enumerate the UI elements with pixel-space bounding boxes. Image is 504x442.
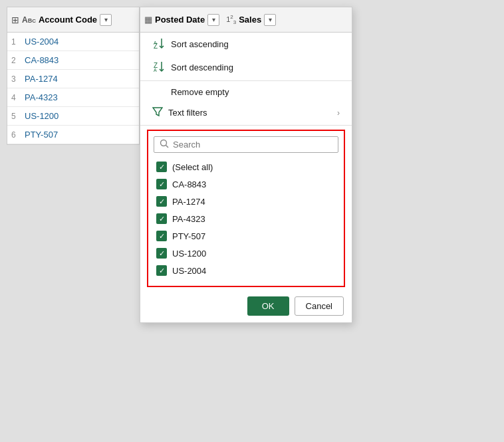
table-row: 1 US-2004 [7, 33, 139, 51]
checkbox-select-all[interactable]: ✓ [156, 162, 167, 172]
filter-label: PA-1274 [172, 197, 205, 207]
checkbox-pa4323[interactable]: ✓ [156, 213, 167, 224]
funnel-icon [152, 106, 163, 119]
row-number: 2 [11, 56, 25, 65]
row-value: PTY-507 [25, 130, 58, 140]
svg-line-7 [166, 146, 169, 148]
row-number: 6 [11, 130, 25, 140]
chevron-right-icon: › [337, 108, 340, 118]
filter-item-select-all[interactable]: ✓ (Select all) [154, 158, 338, 175]
text-filters-label: Text filters [168, 108, 207, 118]
sales-col: 123 Sales ▾ [226, 14, 276, 26]
dialog-buttons: OK Cancel [140, 292, 352, 317]
abc-icon: ABC [22, 15, 36, 25]
table-row: 5 US-1200 [7, 107, 139, 126]
checkbox-pa1274[interactable]: ✓ [156, 196, 167, 207]
ok-button[interactable]: OK [247, 296, 289, 316]
filter-label: CA-8843 [172, 179, 206, 189]
grid-icon: ⊞ [11, 15, 19, 25]
filter-box: ✓ (Select all) ✓ CA-8843 ✓ PA-1274 ✓ PA-… [147, 130, 345, 287]
row-number: 5 [11, 112, 25, 121]
checkbox-pty507[interactable]: ✓ [156, 231, 167, 241]
checkbox-us2004[interactable]: ✓ [156, 265, 167, 276]
table-row: 3 PA-1274 [7, 70, 139, 88]
filter-item-pty507[interactable]: ✓ PTY-507 [154, 227, 338, 245]
check-icon: ✓ [159, 163, 165, 171]
row-value: PA-4323 [25, 92, 58, 102]
check-icon: ✓ [159, 249, 165, 258]
row-number: 3 [11, 74, 25, 84]
sort-descending-label: Sort descending [171, 62, 233, 72]
menu-divider [140, 80, 352, 81]
checkbox-ca8843[interactable]: ✓ [156, 179, 167, 189]
filter-item-us1200[interactable]: ✓ US-1200 [154, 245, 338, 262]
sort-ascending-item[interactable]: A Z Sort ascending [140, 33, 352, 56]
search-input-wrap[interactable] [154, 136, 338, 153]
extra-headers: ▦ Posted Date ▾ 123 Sales ▾ [140, 7, 352, 33]
account-code-col: ⊞ ABC Account Code ▾ [11, 14, 112, 26]
checkbox-us1200[interactable]: ✓ [156, 248, 167, 259]
row-value: US-2004 [25, 37, 59, 47]
column-headers: ⊞ ABC Account Code ▾ [7, 7, 139, 33]
check-icon: ✓ [159, 215, 165, 223]
check-icon: ✓ [159, 180, 165, 189]
filter-label: US-2004 [172, 266, 206, 276]
posted-date-dropdown-btn[interactable]: ▾ [207, 14, 219, 26]
num-icon: 123 [226, 14, 236, 25]
filter-label: (Select all) [172, 162, 213, 172]
filter-item-us2004[interactable]: ✓ US-2004 [154, 262, 338, 279]
filter-label: PTY-507 [172, 231, 205, 241]
row-value: CA-8843 [25, 55, 59, 65]
row-value: PA-1274 [25, 74, 58, 84]
text-filters-left: Text filters [152, 106, 207, 119]
filter-item-ca8843[interactable]: ✓ CA-8843 [154, 175, 338, 193]
sales-label: Sales [239, 15, 261, 25]
row-value: US-1200 [25, 111, 59, 121]
filter-item-pa4323[interactable]: ✓ PA-4323 [154, 210, 338, 227]
table-row: 6 PTY-507 [7, 126, 139, 144]
search-icon [160, 139, 169, 150]
row-number: 1 [11, 37, 25, 47]
remove-empty-item[interactable]: Remove empty [140, 82, 352, 102]
search-input[interactable] [173, 140, 332, 150]
menu-divider-2 [140, 125, 352, 126]
table-row: 2 CA-8843 [7, 51, 139, 70]
sort-desc-icon: Z A [152, 60, 166, 74]
check-icon: ✓ [159, 232, 165, 241]
account-code-label: Account Code [39, 15, 97, 25]
posted-date-label: Posted Date [155, 15, 205, 25]
sort-asc-icon: A Z [152, 37, 166, 51]
account-code-dropdown-btn[interactable]: ▾ [100, 14, 112, 26]
filter-label: PA-4323 [172, 214, 205, 224]
spreadsheet: ⊞ ABC Account Code ▾ 1 US-2004 2 CA-8843… [7, 7, 140, 145]
svg-point-6 [161, 140, 167, 146]
sort-ascending-label: Sort ascending [171, 39, 229, 49]
sort-descending-item[interactable]: Z A Sort descending [140, 56, 352, 79]
text-filters-item[interactable]: Text filters › [140, 102, 352, 124]
filter-label: US-1200 [172, 249, 206, 259]
cancel-button[interactable]: Cancel [295, 296, 344, 316]
svg-text:Z: Z [154, 43, 158, 49]
posted-date-col: ▦ Posted Date ▾ [144, 14, 219, 26]
filter-dropdown-menu: ▦ Posted Date ▾ 123 Sales ▾ A Z Sort asc… [140, 7, 352, 323]
check-icon: ✓ [159, 197, 165, 206]
filter-item-pa1274[interactable]: ✓ PA-1274 [154, 193, 338, 210]
remove-empty-label: Remove empty [152, 87, 229, 97]
calendar-icon: ▦ [144, 15, 152, 25]
table-row: 4 PA-4323 [7, 88, 139, 107]
sales-dropdown-btn[interactable]: ▾ [264, 14, 276, 26]
check-icon: ✓ [159, 267, 165, 275]
svg-text:A: A [154, 68, 157, 72]
row-number: 4 [11, 93, 25, 102]
